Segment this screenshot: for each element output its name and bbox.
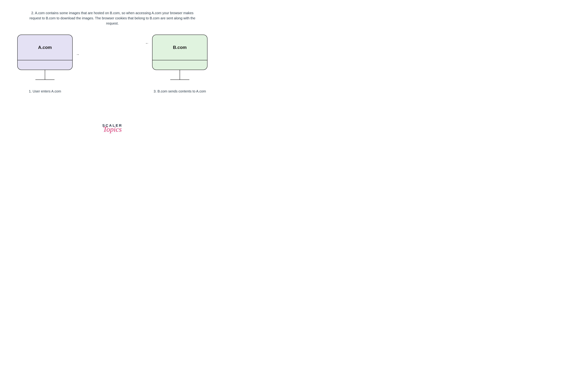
- caption-b: 3. B.com sends contents to A.com: [154, 89, 206, 93]
- stand-neck: [45, 70, 45, 80]
- logo-topics-text: Topics: [102, 125, 122, 134]
- diagram-container: A.com 1. User enters A.com B.com 3. B.co…: [14, 35, 211, 93]
- svg-marker-3: [76, 54, 79, 55]
- logo: SCALER Topics: [102, 123, 122, 134]
- monitor-divider: [18, 60, 72, 60]
- svg-marker-1: [146, 43, 149, 43]
- top-caption: 2. A.com contains some images that are h…: [26, 10, 199, 26]
- arrow-left-icon: [76, 54, 149, 55]
- computer-b-group: B.com 3. B.com sends contents to A.com: [152, 35, 208, 93]
- monitor-b-label: B.com: [152, 35, 207, 60]
- monitor-divider: [152, 60, 207, 60]
- stand-base: [170, 80, 189, 80]
- arrows-container: [76, 43, 149, 61]
- stand-neck: [180, 70, 180, 80]
- computer-a-group: A.com 1. User enters A.com: [17, 35, 73, 93]
- monitor-a: A.com: [17, 35, 73, 70]
- monitor-b: B.com: [152, 35, 208, 70]
- caption-a: 1. User enters A.com: [29, 89, 61, 93]
- stand-base: [35, 80, 54, 80]
- arrow-right-icon: [76, 43, 149, 43]
- monitor-a-label: A.com: [18, 35, 72, 60]
